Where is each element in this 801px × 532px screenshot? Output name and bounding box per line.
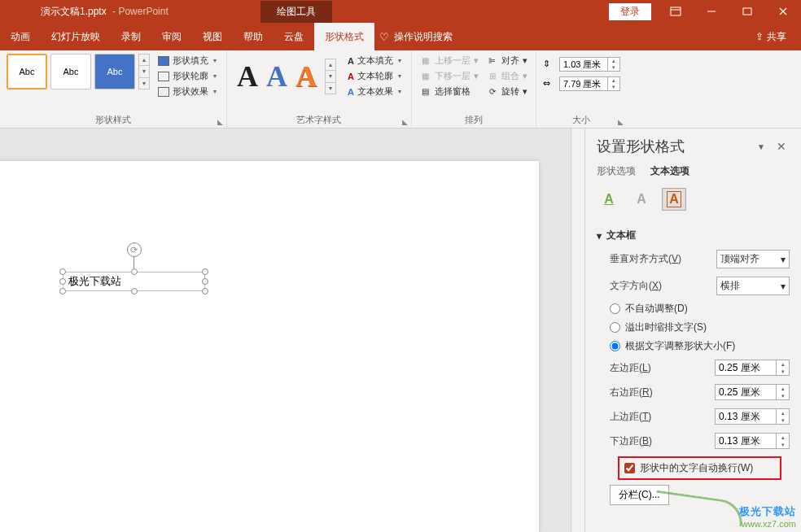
text-fill-button[interactable]: A文本填充▾ (344, 54, 405, 68)
margin-right-input[interactable]: ▴▾ (715, 384, 790, 400)
tab-slideshow[interactable]: 幻灯片放映 (41, 23, 111, 50)
dialog-launcher[interactable]: ◣ (402, 118, 408, 126)
text-effects-icon: A (348, 87, 354, 97)
workspace: ⟳ 极光下载站 设置形状格式 ▼ ✕ (0, 129, 801, 532)
text-fill-outline-tab[interactable]: A (597, 188, 621, 211)
section-textbox-header[interactable]: ▾文本框 (597, 225, 790, 246)
width-input[interactable]: ▴▾ (559, 76, 620, 91)
titlebar: 演示文稿1.pptx - PowerPoint 绘图工具 登录 (0, 0, 801, 23)
chevron-down-icon: ▾ (597, 230, 602, 242)
autofit-none-radio[interactable]: 不自动调整(D) (597, 299, 790, 318)
group-shape-styles: Abc Abc Abc ▴▾▾ 形状填充▾ 形状轮廓▾ 形状效果▾ 形状样式◣ (0, 50, 227, 128)
selected-shape[interactable]: ⟳ 极光下载站 (63, 242, 205, 291)
tab-help[interactable]: 帮助 (233, 23, 274, 50)
wordart-thumb[interactable]: A (295, 59, 317, 94)
group-wordart-styles: A A A ▴▾▾ A文本填充▾ A文本轮廓▾ A文本效果▾ 艺术字样式◣ (227, 50, 412, 128)
dialog-launcher[interactable]: ◣ (217, 118, 223, 126)
selection-pane-icon: ▤ (420, 86, 431, 97)
shape-text: 极光下载站 (68, 275, 121, 287)
group-size: ⇕ ▴▾ ⇔ ▴▾ 大小◣ (536, 50, 627, 128)
window-title: 演示文稿1.pptx - PowerPoint (0, 5, 169, 19)
format-shape-pane: 设置形状格式 ▼ ✕ 形状选项 文本选项 A A A ▾文本框 垂直对齐方式(V… (584, 129, 801, 532)
selection-pane-button[interactable]: ▤选择窗格 (418, 85, 480, 98)
share-label: 共享 (767, 30, 786, 44)
tab-text-options[interactable]: 文本选项 (650, 164, 689, 178)
vertical-scrollbar[interactable] (571, 129, 584, 532)
text-effects-tab[interactable]: A (629, 188, 654, 211)
tab-record[interactable]: 录制 (111, 23, 151, 50)
resize-handle[interactable] (131, 288, 138, 294)
margin-top-input[interactable]: ▴▾ (715, 408, 790, 425)
textdir-label: 文字方向(X) (610, 279, 710, 293)
minimize-button[interactable] (694, 0, 729, 23)
width-icon: ⇔ (543, 78, 556, 89)
pane-close-button[interactable]: ✕ (773, 140, 790, 153)
shape-style-thumb[interactable]: Abc (7, 54, 47, 89)
close-button[interactable] (765, 0, 801, 23)
resize-handle[interactable] (131, 268, 138, 275)
login-button[interactable]: 登录 (609, 3, 651, 20)
shape-style-thumb[interactable]: Abc (50, 54, 91, 89)
resize-handle[interactable] (202, 268, 208, 275)
textdir-select[interactable]: 横排▾ (716, 277, 790, 295)
wrap-text-checkbox[interactable] (624, 463, 635, 473)
fill-icon (158, 56, 169, 66)
margin-bottom-input[interactable]: ▴▾ (715, 433, 790, 449)
tell-me-search[interactable]: ♡ 操作说明搜索 (379, 23, 453, 50)
ribbon-display-options-button[interactable] (658, 0, 694, 23)
group-label: 大小◣ (543, 112, 620, 128)
tab-animation[interactable]: 动画 (0, 23, 41, 50)
resize-handle[interactable] (202, 278, 208, 285)
pane-options-button[interactable]: ▼ (749, 142, 773, 151)
wordart-thumb[interactable]: A (237, 59, 258, 94)
tab-shape-format[interactable]: 形状格式 (314, 23, 374, 50)
tab-shape-options[interactable]: 形状选项 (597, 164, 636, 178)
slide-canvas[interactable]: ⟳ 极光下载站 (0, 129, 571, 532)
contextual-tab-label: 绘图工具 (260, 1, 332, 23)
file-name: 演示文稿1.pptx (41, 6, 107, 17)
text-effects-button[interactable]: A文本效果▾ (344, 85, 405, 98)
margin-left-input[interactable]: ▴▾ (715, 360, 790, 376)
resize-handle[interactable] (59, 268, 66, 275)
rotation-handle[interactable]: ⟳ (127, 242, 142, 257)
shape-style-gallery[interactable]: Abc Abc Abc ▴▾▾ (7, 54, 150, 89)
wrap-text-label: 形状中的文字自动换行(W) (640, 461, 753, 475)
resize-handle[interactable] (59, 288, 66, 294)
margin-top-label: 上边距(T) (610, 410, 708, 424)
slide[interactable]: ⟳ 极光下载站 (0, 161, 539, 532)
tab-review[interactable]: 审阅 (151, 23, 192, 50)
shape-effects-button[interactable]: 形状效果▾ (155, 85, 220, 98)
pane-tabs: 形状选项 文本选项 (585, 161, 801, 185)
group-button[interactable]: ⊞组合▾ (485, 69, 529, 83)
group-label: 形状样式◣ (7, 112, 220, 128)
tab-view[interactable]: 视图 (192, 23, 233, 50)
effects-icon (158, 87, 169, 97)
bring-forward-button[interactable]: ▦上移一层▾ (418, 54, 480, 68)
dialog-launcher[interactable]: ◣ (618, 118, 624, 126)
tab-cloud[interactable]: 云盘 (274, 23, 314, 50)
share-button[interactable]: ⇪ 共享 (741, 23, 801, 50)
autofit-shrink-radio[interactable]: 溢出时缩排文字(S) (597, 318, 790, 337)
wordart-thumb[interactable]: A (266, 59, 287, 94)
height-input[interactable]: ▴▾ (559, 57, 620, 72)
rotate-button[interactable]: ⟳旋转▾ (485, 85, 529, 98)
gallery-more-button[interactable]: ▴▾▾ (138, 54, 150, 89)
shape-textbox[interactable]: 极光下载站 (63, 272, 205, 291)
watermark: 极光下载站 www.xz7.com (739, 504, 796, 529)
resize-handle[interactable] (59, 278, 66, 285)
shape-outline-button[interactable]: 形状轮廓▾ (155, 69, 220, 83)
resize-handle[interactable] (202, 288, 208, 294)
maximize-button[interactable] (729, 0, 765, 23)
margin-left-label: 左边距(L) (610, 361, 708, 375)
gallery-more-button[interactable]: ▴▾▾ (325, 59, 336, 94)
wordart-gallery[interactable]: A A A ▴▾▾ (234, 54, 339, 99)
align-button[interactable]: ⊫对齐▾ (485, 54, 529, 68)
shape-fill-button[interactable]: 形状填充▾ (155, 54, 220, 68)
send-backward-button[interactable]: ▦下移一层▾ (418, 69, 480, 83)
textbox-tab[interactable]: A (662, 188, 686, 211)
valign-select[interactable]: 顶端对齐▾ (716, 250, 790, 268)
share-icon: ⇪ (755, 31, 764, 42)
shape-style-thumb[interactable]: Abc (94, 54, 135, 89)
autofit-resize-radio[interactable]: 根据文字调整形状大小(F) (597, 337, 790, 355)
text-outline-button[interactable]: A文本轮廓▾ (344, 69, 405, 83)
